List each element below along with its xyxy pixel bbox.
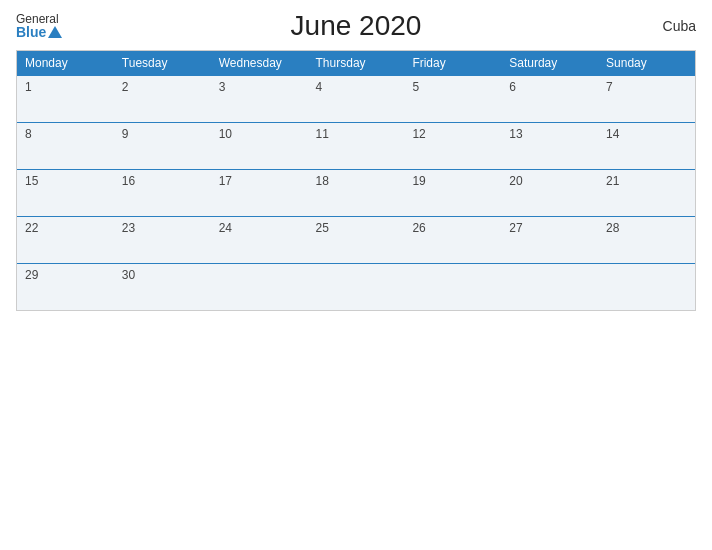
calendar-cell: 21 (598, 170, 695, 217)
calendar-cell: 17 (211, 170, 308, 217)
calendar-week-1: 1234567 (17, 76, 695, 123)
day-header-sunday: Sunday (598, 51, 695, 76)
calendar-cell: 25 (308, 217, 405, 264)
calendar-cell: 20 (501, 170, 598, 217)
calendar-header-row: MondayTuesdayWednesdayThursdayFridaySatu… (17, 51, 695, 76)
calendar-cell: 14 (598, 123, 695, 170)
calendar-cell: 30 (114, 264, 211, 311)
calendar-cell: 22 (17, 217, 114, 264)
calendar-cell: 28 (598, 217, 695, 264)
calendar-cell: 29 (17, 264, 114, 311)
calendar-cell: 7 (598, 76, 695, 123)
calendar-cell: 16 (114, 170, 211, 217)
calendar-cell: 12 (404, 123, 501, 170)
day-header-thursday: Thursday (308, 51, 405, 76)
calendar-cell: 9 (114, 123, 211, 170)
calendar-cell (404, 264, 501, 311)
day-header-tuesday: Tuesday (114, 51, 211, 76)
calendar-cell (501, 264, 598, 311)
calendar-title: June 2020 (291, 10, 422, 42)
day-header-monday: Monday (17, 51, 114, 76)
calendar-cell: 15 (17, 170, 114, 217)
day-header-wednesday: Wednesday (211, 51, 308, 76)
calendar-week-5: 2930 (17, 264, 695, 311)
logo: General Blue (16, 13, 62, 39)
calendar-cell: 3 (211, 76, 308, 123)
calendar-table: MondayTuesdayWednesdayThursdayFridaySatu… (17, 51, 695, 310)
day-header-saturday: Saturday (501, 51, 598, 76)
calendar-cell (308, 264, 405, 311)
logo-blue-text: Blue (16, 25, 62, 39)
calendar-cell: 11 (308, 123, 405, 170)
calendar-cell: 5 (404, 76, 501, 123)
calendar-cell: 1 (17, 76, 114, 123)
calendar-body: 1234567891011121314151617181920212223242… (17, 76, 695, 311)
calendar-cell: 23 (114, 217, 211, 264)
calendar-cell: 10 (211, 123, 308, 170)
calendar-week-3: 15161718192021 (17, 170, 695, 217)
logo-triangle-icon (48, 26, 62, 38)
calendar-week-2: 891011121314 (17, 123, 695, 170)
days-header: MondayTuesdayWednesdayThursdayFridaySatu… (17, 51, 695, 76)
calendar-cell: 19 (404, 170, 501, 217)
calendar-cell: 6 (501, 76, 598, 123)
calendar-cell (211, 264, 308, 311)
calendar-header: General Blue June 2020 Cuba (16, 10, 696, 42)
page: General Blue June 2020 Cuba MondayTuesda… (0, 0, 712, 550)
calendar-wrapper: MondayTuesdayWednesdayThursdayFridaySatu… (16, 50, 696, 311)
calendar-cell: 4 (308, 76, 405, 123)
country-label: Cuba (663, 18, 696, 34)
calendar-cell: 26 (404, 217, 501, 264)
calendar-cell: 24 (211, 217, 308, 264)
calendar-cell: 2 (114, 76, 211, 123)
calendar-cell (598, 264, 695, 311)
calendar-cell: 13 (501, 123, 598, 170)
calendar-cell: 8 (17, 123, 114, 170)
calendar-cell: 18 (308, 170, 405, 217)
calendar-week-4: 22232425262728 (17, 217, 695, 264)
calendar-cell: 27 (501, 217, 598, 264)
day-header-friday: Friday (404, 51, 501, 76)
